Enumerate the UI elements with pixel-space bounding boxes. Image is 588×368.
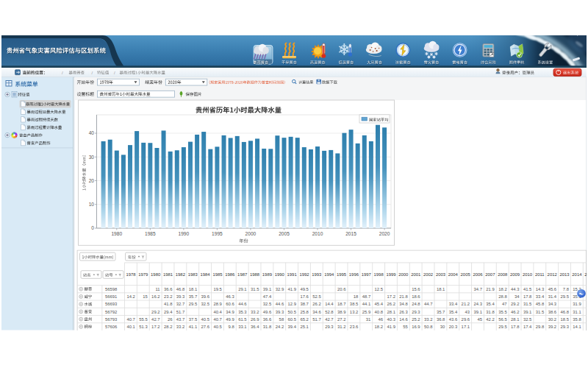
svg-text:31.8: 31.8 <box>263 325 272 329</box>
svg-text:46.8: 46.8 <box>560 310 569 314</box>
svg-text:45.4: 45.4 <box>375 302 384 306</box>
svg-text:31.1: 31.1 <box>573 310 581 314</box>
svg-text:1993: 1993 <box>312 272 322 277</box>
svg-text:18.1: 18.1 <box>189 287 197 291</box>
svg-text:56793: 56793 <box>105 317 118 322</box>
svg-text:1980: 1980 <box>151 272 161 277</box>
svg-text:43.6: 43.6 <box>449 317 458 322</box>
svg-text:28.2: 28.2 <box>164 325 172 329</box>
svg-text:41.8: 41.8 <box>164 302 173 306</box>
svg-text:7.8: 7.8 <box>563 287 570 291</box>
svg-text:35.8: 35.8 <box>573 317 581 322</box>
svg-text:25.8: 25.8 <box>300 310 309 314</box>
svg-text:35.4: 35.4 <box>449 310 458 314</box>
svg-text:40.7: 40.7 <box>213 317 221 322</box>
svg-text:21.8: 21.8 <box>399 294 408 299</box>
svg-text:29.5: 29.5 <box>498 325 507 329</box>
svg-text:40.4: 40.4 <box>213 310 222 314</box>
svg-text:28.9: 28.9 <box>213 302 221 306</box>
svg-text:1982: 1982 <box>176 272 185 277</box>
svg-text:49.5: 49.5 <box>300 287 309 291</box>
svg-text:1997: 1997 <box>362 272 371 277</box>
svg-text:39.1: 39.1 <box>523 310 531 314</box>
svg-text:17.4: 17.4 <box>523 325 532 329</box>
svg-text:0: 0 <box>91 225 94 230</box>
svg-text:31.4: 31.4 <box>548 294 557 299</box>
svg-text:46.8: 46.8 <box>176 287 185 291</box>
svg-text:34.7: 34.7 <box>473 287 481 291</box>
svg-text:50.5: 50.5 <box>288 310 297 314</box>
svg-text:41.1: 41.1 <box>189 325 197 329</box>
svg-text:56792: 56792 <box>105 310 117 314</box>
svg-text:18.6: 18.6 <box>412 294 420 299</box>
svg-text:16.9: 16.9 <box>412 325 420 329</box>
svg-text:48.7: 48.7 <box>362 294 370 299</box>
svg-text:44.7: 44.7 <box>424 302 432 306</box>
svg-text:24.8: 24.8 <box>412 302 420 306</box>
svg-text:2015: 2015 <box>345 231 356 236</box>
svg-text:39.3: 39.3 <box>276 310 284 314</box>
svg-text:50.8: 50.8 <box>424 325 433 329</box>
svg-text:17.2: 17.2 <box>387 294 395 299</box>
svg-text:43.7: 43.7 <box>176 317 184 322</box>
svg-text:1981: 1981 <box>163 272 173 277</box>
svg-text:1990: 1990 <box>275 272 285 277</box>
svg-text:2011: 2011 <box>535 272 545 277</box>
svg-text:39.1: 39.1 <box>263 287 271 291</box>
svg-text:55.5: 55.5 <box>139 317 148 322</box>
svg-text:38.9: 38.9 <box>337 310 345 314</box>
svg-text:34.8: 34.8 <box>399 302 408 306</box>
svg-text:51.7: 51.7 <box>312 317 320 322</box>
svg-text:23.2: 23.2 <box>164 294 172 299</box>
svg-text:49.9: 49.9 <box>226 317 234 322</box>
svg-text:14.4: 14.4 <box>325 302 334 306</box>
svg-text:18: 18 <box>354 294 359 299</box>
svg-text:32.5: 32.5 <box>263 302 272 306</box>
svg-text:34: 34 <box>514 294 520 299</box>
svg-text:1996: 1996 <box>349 272 359 277</box>
svg-text:17.8: 17.8 <box>523 294 532 299</box>
svg-text:29.2: 29.2 <box>511 302 519 306</box>
svg-text:26.2: 26.2 <box>312 302 320 306</box>
svg-text:28.1: 28.1 <box>387 310 395 314</box>
svg-text:39.2: 39.2 <box>548 325 556 329</box>
svg-text:29.3: 29.3 <box>560 325 569 329</box>
svg-text:36.8: 36.8 <box>437 317 445 322</box>
svg-text:30: 30 <box>89 155 95 160</box>
svg-text:29.5: 29.5 <box>560 294 569 299</box>
svg-text:15.6: 15.6 <box>412 287 420 291</box>
svg-text:1985: 1985 <box>212 272 223 277</box>
svg-text:41.5: 41.5 <box>523 287 532 291</box>
svg-text:31.5: 31.5 <box>523 302 532 306</box>
svg-text:1995: 1995 <box>212 231 223 236</box>
svg-text:56691: 56691 <box>105 294 117 299</box>
svg-text:34.3: 34.3 <box>548 302 557 306</box>
svg-text:9.8: 9.8 <box>229 325 235 329</box>
svg-text:33.2: 33.2 <box>251 310 259 314</box>
svg-text:14.6: 14.6 <box>399 317 408 322</box>
svg-text:1988: 1988 <box>250 272 260 277</box>
svg-text:1992: 1992 <box>299 272 309 277</box>
svg-text:2001: 2001 <box>411 272 420 277</box>
svg-text:1991: 1991 <box>287 272 297 277</box>
svg-text:29.1: 29.1 <box>238 287 246 291</box>
svg-text:2013: 2013 <box>559 272 570 277</box>
svg-text:27.2: 27.2 <box>337 317 345 322</box>
svg-text:56693: 56693 <box>105 302 118 306</box>
svg-text:1998: 1998 <box>374 272 384 277</box>
svg-text:38.6: 38.6 <box>548 310 557 314</box>
svg-text:40.3: 40.3 <box>387 317 395 322</box>
svg-text:18.7: 18.7 <box>337 302 345 306</box>
svg-text:33.2: 33.2 <box>176 325 184 329</box>
svg-text:29.5: 29.5 <box>189 302 198 306</box>
svg-text:35.7: 35.7 <box>189 294 197 299</box>
svg-text:39.3: 39.3 <box>176 294 185 299</box>
svg-text:32.9: 32.9 <box>276 287 284 291</box>
svg-text:34.9: 34.9 <box>226 310 234 314</box>
svg-text:12.5: 12.5 <box>375 287 384 291</box>
svg-text:45.6: 45.6 <box>548 287 557 291</box>
svg-text:18.2: 18.2 <box>498 287 506 291</box>
svg-text:65.2: 65.2 <box>300 317 308 322</box>
svg-text:38.7: 38.7 <box>300 302 308 306</box>
svg-text:20.3: 20.3 <box>449 325 458 329</box>
